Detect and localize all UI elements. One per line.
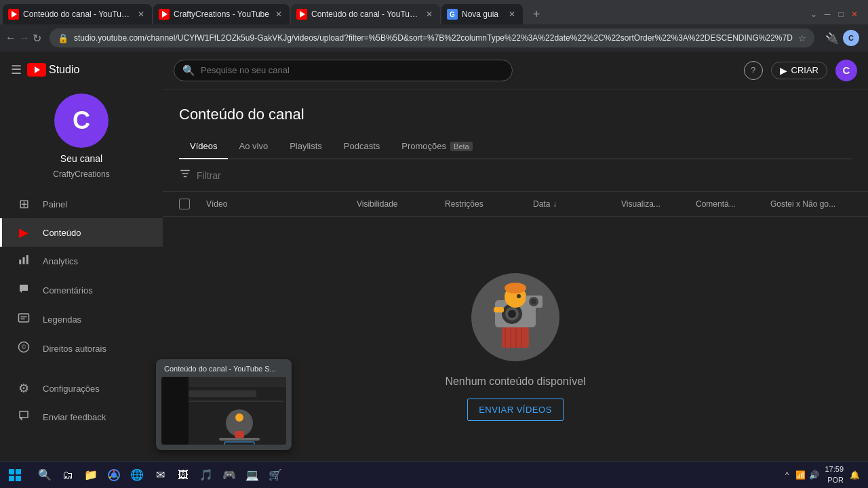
svg-rect-37 — [219, 438, 260, 441]
tab-4[interactable]: G Nova guia ✕ — [441, 4, 523, 24]
new-tab-button[interactable]: + — [527, 5, 546, 24]
topbar-search[interactable]: 🔍 — [174, 60, 513, 81]
tab-videos[interactable]: Vídeos — [179, 134, 228, 159]
sidebar-item-painel[interactable]: ⊞ Painel — [0, 190, 163, 218]
configuracoes-icon: ⚙ — [16, 381, 32, 396]
svg-rect-32 — [189, 390, 256, 397]
start-button[interactable] — [3, 465, 27, 485]
sidebar: ☰ Studio C Seu canal CraftyCreations ⊞ P… — [0, 52, 163, 488]
code-icon[interactable]: 💻 — [241, 464, 263, 486]
music-icon[interactable]: 🎵 — [195, 464, 217, 486]
taskbar: 🔍 🗂 📁 🌐 ✉ 🖼 🎵 🎮 💻 🛒 ^ 📶 🔊 17:59 P — [0, 461, 868, 488]
window-close-icon[interactable]: ✕ — [849, 9, 860, 20]
create-button[interactable]: ▶ CRIAR — [771, 62, 827, 79]
notification-icon[interactable]: 🔔 — [849, 470, 860, 481]
network-icon[interactable]: 📶 — [795, 470, 806, 481]
app-topbar: 🔍 ? ▶ CRIAR C — [163, 52, 868, 89]
sidebar-item-legendas[interactable]: Legendas — [0, 305, 163, 334]
tab-playlists-label: Playlists — [290, 141, 322, 151]
painel-icon: ⊞ — [16, 197, 32, 211]
tab-4-close[interactable]: ✕ — [507, 9, 517, 20]
reload-button[interactable]: ↻ — [33, 28, 41, 47]
youtube-logo: Studio — [27, 63, 79, 77]
tab-preview: Conteúdo do canal - YouTube S... — [156, 359, 292, 450]
tab-promocoes[interactable]: Promoções Beta — [391, 134, 483, 159]
time-date[interactable]: 17:59 POR — [825, 464, 844, 485]
store-icon[interactable]: 🛒 — [264, 464, 286, 486]
tab-playlists[interactable]: Playlists — [279, 134, 333, 159]
tab-1[interactable]: Conteúdo do canal - YouTube S... ✕ — [3, 4, 152, 24]
svg-point-23 — [505, 283, 526, 293]
volume-icon[interactable]: 🔊 — [808, 470, 819, 481]
more-options-icon[interactable]: ⋮ — [861, 28, 868, 47]
search-taskbar-icon[interactable]: 🔍 — [34, 464, 56, 486]
col-views-header: Visualiza... — [621, 199, 696, 209]
tab-2-title: CraftyCreations - YouTube — [174, 9, 269, 19]
sidebar-label-legendas: Legendas — [43, 314, 81, 325]
taskview-icon[interactable]: 🗂 — [57, 464, 79, 486]
sidebar-item-analytics[interactable]: Analytics — [0, 247, 163, 276]
window-maximize-icon[interactable]: □ — [835, 9, 846, 20]
svg-point-28 — [531, 299, 536, 304]
window-minimize-icon[interactable]: ─ — [822, 9, 833, 20]
forward-button[interactable]: → — [19, 28, 30, 47]
bookmark-icon[interactable]: ☆ — [798, 33, 806, 43]
nav-actions: 🔌 C ⋮ — [823, 28, 868, 47]
content-header: Conteúdo do canal Vídeos Ao vivo Playlis… — [163, 89, 868, 159]
analytics-icon — [16, 253, 32, 269]
mail-icon[interactable]: ✉ — [149, 464, 171, 486]
language: POR — [825, 475, 844, 485]
filter-input[interactable] — [197, 170, 852, 181]
profile-button[interactable]: C — [843, 30, 859, 46]
sidebar-header[interactable]: ☰ Studio — [0, 57, 163, 83]
tab-preview-image — [161, 377, 286, 445]
sidebar-item-comentarios[interactable]: Comentários — [0, 276, 163, 305]
table-header: Vídeo Visibilidade Restrições Data ↓ Vis… — [163, 192, 868, 217]
sidebar-item-conteudo[interactable]: ▶ Conteúdo — [0, 218, 163, 247]
tab-ao-vivo[interactable]: Ao vivo — [228, 134, 279, 159]
hamburger-icon[interactable]: ☰ — [11, 62, 22, 77]
edge-icon[interactable]: 🌐 — [126, 464, 148, 486]
header-checkbox[interactable] — [179, 199, 206, 209]
beta-badge: Beta — [450, 142, 473, 151]
sidebar-item-feedback[interactable]: Enviar feedback — [0, 403, 163, 432]
files-icon[interactable]: 📁 — [80, 464, 102, 486]
tab-3-favicon — [296, 9, 307, 20]
sidebar-item-configuracoes[interactable]: ⚙ Configurações — [0, 374, 163, 403]
tab-2[interactable]: CraftyCreations - YouTube ✕ — [153, 4, 290, 24]
app-container: ☰ Studio C Seu canal CraftyCreations ⊞ P… — [0, 52, 868, 488]
game-icon[interactable]: 🎮 — [218, 464, 240, 486]
tab-collapse-icon[interactable]: ⌄ — [808, 9, 819, 20]
empty-message: Nenhum conteúdo disponível — [445, 375, 585, 388]
upload-button[interactable]: ENVIAR VÍDEOS — [467, 399, 564, 421]
sidebar-item-direitos[interactable]: © Direitos autorais — [0, 334, 163, 363]
svg-rect-3 — [19, 314, 29, 322]
yt-play-icon — [35, 66, 40, 73]
feedback-icon — [16, 409, 32, 425]
browser-nav-bar: ← → ↻ 🔒 studio.youtube.com/channel/UCYfW… — [0, 24, 868, 52]
tab-3-close[interactable]: ✕ — [424, 9, 435, 20]
tab-1-title: Conteúdo do canal - YouTube S... — [23, 9, 132, 19]
svg-rect-30 — [161, 377, 189, 445]
chrome-icon[interactable] — [103, 464, 125, 486]
sidebar-label-direitos: Direitos autorais — [43, 344, 106, 354]
col-date-header[interactable]: Data ↓ — [533, 199, 621, 209]
tab-podcasts-label: Podcasts — [344, 141, 380, 151]
tab-1-close[interactable]: ✕ — [136, 9, 146, 20]
extension-icon[interactable]: 🔌 — [823, 28, 842, 47]
back-button[interactable]: ← — [5, 28, 16, 47]
tab-bar: Conteúdo do canal - YouTube S... ✕ Craft… — [0, 0, 868, 24]
tab-controls: ⌄ ─ □ ✕ — [808, 9, 865, 20]
tab-3[interactable]: Conteúdo do canal - YouTube S... ✕ — [291, 4, 440, 24]
help-button[interactable]: ? — [744, 61, 763, 80]
tab-podcasts[interactable]: Podcasts — [333, 134, 391, 159]
photos-icon[interactable]: 🖼 — [172, 464, 194, 486]
channel-handle: CraftyCreations — [53, 169, 109, 179]
search-input[interactable] — [201, 65, 504, 75]
user-avatar[interactable]: C — [835, 60, 857, 81]
tray-arrow[interactable]: ^ — [781, 470, 792, 481]
svg-rect-25 — [494, 307, 504, 312]
tab-2-close[interactable]: ✕ — [273, 9, 284, 20]
address-bar[interactable]: 🔒 studio.youtube.com/channel/UCYfW1FfL2O… — [50, 28, 814, 47]
svg-rect-33 — [189, 401, 283, 402]
